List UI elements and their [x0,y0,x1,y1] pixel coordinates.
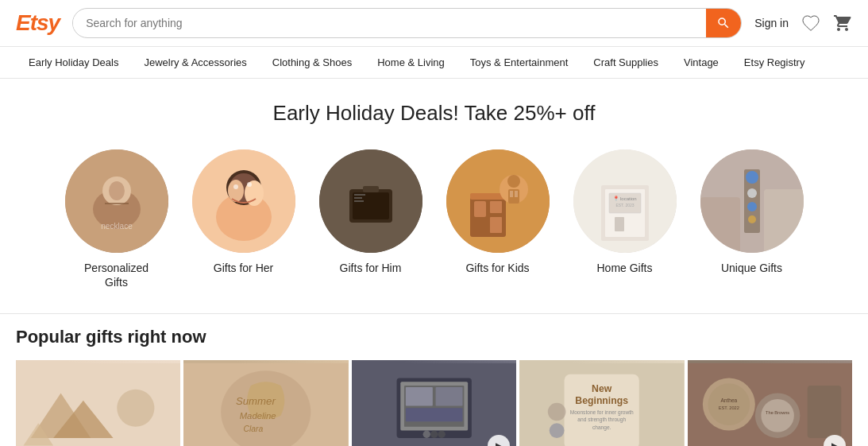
svg-text:📍 location: 📍 location [613,196,636,202]
nav-item-vintage[interactable]: Vintage [671,47,731,78]
category-circle-kids [446,149,550,253]
svg-rect-24 [490,201,502,213]
product-card-2[interactable]: Summer Madeline Clara [183,360,348,446]
svg-text:Beginnings: Beginnings [576,395,629,406]
product-img-4: New Beginnings Moonstone for inner growt… [519,360,684,446]
svg-rect-85 [807,386,840,438]
circle-img-kids [446,149,550,253]
svg-point-51 [117,390,154,427]
svg-text:and strength through: and strength through [578,417,627,424]
product-img-3 [352,360,516,446]
svg-point-66 [430,431,438,438]
svg-point-83 [761,399,793,432]
category-circle-unique [700,149,804,253]
svg-point-75 [548,403,566,421]
category-label-him: Gifts for Him [340,261,402,275]
category-circle-her [192,149,295,253]
svg-point-11 [228,180,244,202]
cart-icon [833,14,852,33]
svg-rect-17 [363,186,379,192]
circle-img-home: 📍 location EST. 2023 [573,149,677,253]
svg-point-41 [746,171,758,184]
svg-point-67 [438,431,445,438]
sign-in-link[interactable]: Sign in [754,17,789,29]
svg-text:necklace: necklace [101,222,133,231]
category-unique-gifts[interactable]: Unique Gifts [700,149,804,289]
category-circle-him [319,149,422,253]
category-home-gifts[interactable]: 📍 location EST. 2023 Home Gifts [573,149,677,289]
svg-point-3 [109,181,125,200]
nav-item-craft[interactable]: Craft Supplies [581,47,671,78]
promo-banner: Early Holiday Deals! Take 25%+ off [0,79,868,142]
category-personalized[interactable]: necklace PersonalizedGifts [65,149,168,289]
svg-text:EST. 2023: EST. 2023 [615,203,634,207]
circle-img-personalized: necklace [65,149,168,253]
product-card-1[interactable]: bookmarks [16,360,180,446]
product-card-3[interactable]: ▶ [352,360,516,446]
product-img-1: bookmarks [16,360,180,446]
category-section: necklace PersonalizedGifts Gifts for Her [0,142,868,313]
svg-point-42 [747,188,757,198]
svg-point-13 [247,182,252,187]
svg-rect-31 [515,191,518,197]
category-label-home: Home Gifts [596,261,652,275]
svg-point-79 [708,384,750,426]
svg-point-44 [748,215,756,223]
product-grid: bookmarks Summer Madeline Clara [16,360,852,446]
category-label-her: Gifts for Her [214,261,273,275]
svg-text:The Browns: The Browns [766,410,789,415]
category-gifts-kids[interactable]: Gifts for Kids [446,149,550,289]
header: Etsy Sign in [0,0,868,47]
main-nav: Early Holiday Deals Jewelry & Accessorie… [0,47,868,79]
product-card-4[interactable]: New Beginnings Moonstone for inner growt… [519,360,684,446]
circle-img-unique [700,149,804,253]
svg-rect-63 [435,387,462,406]
category-circle-personalized: necklace [65,149,168,253]
search-input[interactable] [73,17,706,29]
svg-rect-19 [354,197,362,199]
category-label-kids: Gifts for Kids [465,261,529,275]
svg-point-76 [550,424,565,439]
nav-item-jewelry[interactable]: Jewelry & Accessories [131,47,259,78]
circle-img-him [319,149,422,253]
product-card-5[interactable]: Anthea EST. 2022 The Browns ▶ [688,360,852,446]
search-icon [716,16,731,30]
svg-rect-30 [510,191,513,197]
svg-point-12 [233,184,238,189]
nav-item-registry[interactable]: Etsy Registry [731,47,818,78]
svg-text:Moonstone for inner growth: Moonstone for inner growth [570,409,634,416]
nav-item-clothing[interactable]: Clothing & Shoes [260,47,365,78]
banner-title: Early Holiday Deals! Take 25%+ off [273,101,596,125]
svg-point-65 [422,431,430,438]
product-img-2: Summer Madeline Clara [183,360,348,446]
svg-rect-25 [490,217,502,233]
popular-title: Popular gifts right now [16,327,852,347]
favorites-icon-btn[interactable] [801,14,820,33]
svg-rect-38 [615,217,624,231]
search-button[interactable] [706,8,741,38]
etsy-logo[interactable]: Etsy [16,10,60,36]
category-label-unique: Unique Gifts [721,261,782,275]
svg-rect-46 [764,189,804,253]
svg-text:change.: change. [592,425,611,431]
svg-rect-64 [406,409,463,422]
popular-section: Popular gifts right now bookmarks [0,313,868,446]
cart-icon-btn[interactable] [833,14,852,33]
category-gifts-her[interactable]: Gifts for Her [192,149,295,289]
nav-item-toys[interactable]: Toys & Entertainment [457,47,581,78]
category-gifts-him[interactable]: Gifts for Him [319,149,422,289]
svg-text:Summer: Summer [236,395,276,407]
svg-rect-62 [406,387,433,406]
nav-item-early-holiday[interactable]: Early Holiday Deals [16,47,131,78]
svg-point-28 [507,175,520,188]
category-circle-home: 📍 location EST. 2023 [573,149,677,253]
heart-icon [801,14,820,33]
svg-text:EST. 2022: EST. 2022 [718,406,739,411]
nav-item-home[interactable]: Home & Living [365,47,457,78]
svg-text:Madeline: Madeline [240,412,276,421]
header-actions: Sign in [754,14,852,33]
svg-rect-20 [354,200,364,202]
svg-point-43 [747,202,757,211]
svg-rect-16 [353,192,389,219]
svg-text:New: New [592,383,612,394]
